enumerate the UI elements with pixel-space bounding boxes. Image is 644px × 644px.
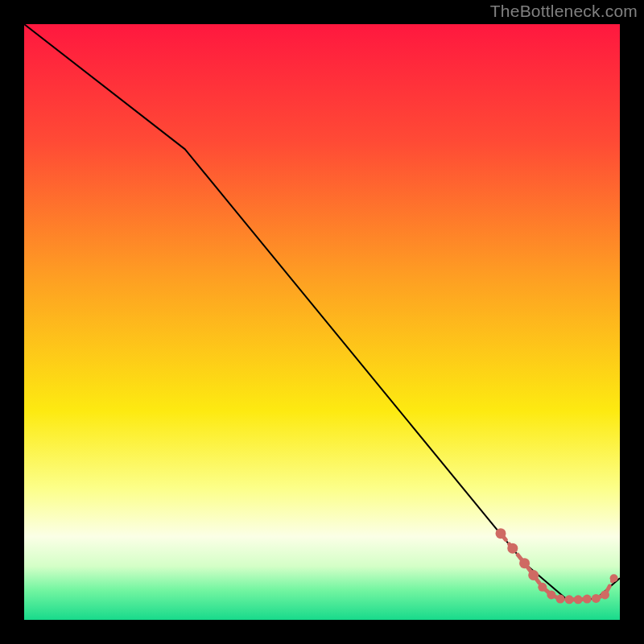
marker-dot [565,595,574,604]
watermark-label: TheBottleneck.com [490,2,638,21]
chart-stage: TheBottleneck.com [0,0,644,644]
marker-dot [592,594,601,603]
chart-svg [24,24,620,620]
marker-dot [583,595,592,604]
marker-dot [610,574,618,582]
marker-dot [601,590,609,599]
marker-dot [574,595,583,604]
marker-dot [538,583,547,592]
marker-dot [507,543,518,554]
marker-dot [519,558,530,568]
marker-dot [528,570,539,580]
marker-dot [496,528,506,539]
marker-dot [556,595,565,604]
marker-dot [547,590,555,599]
plot-area [24,24,620,620]
gradient-background [24,24,620,620]
